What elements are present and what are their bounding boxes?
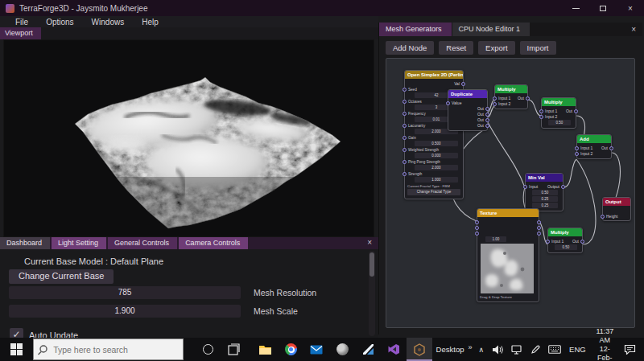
visual-studio-button[interactable] [381, 338, 407, 361]
param-value[interactable]: 1.00 [485, 236, 506, 242]
language-indicator[interactable]: ENG [565, 345, 590, 354]
output-socket[interactable] [537, 232, 541, 236]
output-socket[interactable] [561, 185, 565, 189]
menu-options[interactable]: Options [37, 18, 82, 27]
tab-camera-controls[interactable]: Camera Controls [179, 237, 248, 249]
param-value[interactable]: 0.25 [532, 196, 558, 202]
input-socket[interactable] [475, 232, 479, 236]
menu-file[interactable]: File [6, 18, 37, 27]
input-socket[interactable] [402, 100, 407, 104]
param-value[interactable]: 0.000 [415, 153, 458, 158]
taskbar-search[interactable] [33, 338, 184, 360]
input-socket[interactable] [475, 220, 479, 224]
output-socket[interactable] [574, 109, 578, 113]
speaker-button[interactable] [488, 345, 507, 355]
network-button[interactable] [507, 345, 526, 355]
param-value[interactable]: 0.50 [532, 190, 558, 195]
param-value[interactable]: 0.50 [555, 244, 577, 250]
minimize-button[interactable] [562, 0, 589, 16]
tab-general-controls[interactable]: General Controls [108, 237, 177, 249]
input-socket[interactable] [402, 88, 407, 92]
node-output[interactable]: Output Height [602, 197, 631, 221]
input-socket[interactable] [539, 109, 543, 113]
output-socket[interactable] [485, 118, 489, 122]
node-canvas[interactable]: Open Simplex 2D (Perlin) Val Seed 42 Oct… [386, 58, 635, 328]
desktop-toolbar-label[interactable]: Desktop [432, 345, 469, 354]
change-current-base-button[interactable]: Change Current Base [9, 269, 114, 284]
input-socket[interactable] [523, 185, 527, 189]
input-socket[interactable] [402, 148, 407, 152]
chrome-button[interactable] [279, 338, 304, 361]
texture-preview[interactable] [481, 244, 534, 293]
input-socket[interactable] [402, 172, 407, 176]
node-multiply-1[interactable]: Multiply Input 1Out Input 2 [494, 84, 528, 109]
toolbar-overflow-icon[interactable]: » [468, 343, 474, 356]
mesh-scale-input[interactable]: 1.900 [9, 305, 241, 318]
node-multiply-3[interactable]: Multiply Input 1Out 0.50 [547, 228, 583, 253]
input-socket[interactable] [601, 215, 605, 219]
output-socket[interactable] [580, 240, 584, 244]
param-value[interactable]: 0.25 [532, 203, 558, 208]
start-button[interactable] [0, 338, 33, 361]
output-socket[interactable] [526, 96, 530, 101]
output-socket[interactable] [485, 124, 489, 128]
dashboard-scrollbar[interactable] [369, 251, 375, 336]
input-socket[interactable] [402, 136, 407, 140]
input-socket[interactable] [475, 226, 479, 230]
node-multiply-2[interactable]: Multiply Input 1Out Input 2 0.50 [541, 97, 576, 129]
input-socket[interactable] [402, 112, 407, 116]
touch-keyboard-button[interactable] [544, 345, 565, 354]
output-socket[interactable] [485, 107, 489, 111]
app-blue-button[interactable] [355, 338, 381, 361]
add-node-button[interactable]: Add Node [386, 41, 434, 55]
tab-viewport[interactable]: Viewport [0, 27, 41, 39]
task-view-button[interactable] [221, 338, 246, 361]
tab-light-setting[interactable]: Light Setting [52, 237, 106, 249]
change-fractal-type-button[interactable]: Change Fractal Type [407, 189, 460, 195]
node-add[interactable]: Add Input 1Out Input 2 [576, 134, 612, 159]
input-socket[interactable] [546, 240, 550, 244]
viewport-canvas[interactable] [3, 39, 374, 237]
export-button[interactable]: Export [478, 41, 514, 55]
input-socket[interactable] [493, 102, 497, 106]
terraforge-taskbar-button[interactable] [407, 338, 432, 361]
input-socket[interactable] [402, 160, 407, 164]
input-socket[interactable] [575, 152, 579, 156]
app-gray-button[interactable] [329, 338, 355, 361]
node-duplicate[interactable]: Duplicate Value Out Out Out Out [448, 89, 488, 131]
node-min-val[interactable]: Min Val InputOutput 0.50 0.25 0.25 [525, 173, 564, 211]
close-button[interactable]: × [617, 0, 644, 16]
output-socket[interactable] [537, 220, 541, 224]
tab-dashboard[interactable]: Dashboard [0, 237, 50, 249]
action-center-button[interactable] [620, 344, 644, 355]
tab-cpu-node-editor[interactable]: CPU Node Editor 1 [452, 23, 530, 36]
tray-chevron-icon[interactable]: ∧ [474, 346, 488, 354]
maximize-button[interactable] [589, 0, 617, 16]
param-value[interactable]: 0.500 [415, 141, 458, 146]
mail-button[interactable] [304, 338, 330, 361]
param-value[interactable]: 1.000 [415, 177, 458, 183]
param-value[interactable]: 2.000 [415, 165, 458, 170]
menu-windows[interactable]: Windows [83, 18, 134, 27]
mesh-resolution-input[interactable]: 785 [9, 286, 241, 299]
input-socket[interactable] [575, 146, 579, 150]
output-socket[interactable] [609, 146, 613, 150]
menu-help[interactable]: Help [133, 18, 167, 27]
scrollbar-thumb[interactable] [369, 252, 374, 277]
output-socket[interactable] [485, 113, 489, 117]
input-socket[interactable] [493, 96, 497, 101]
cortana-button[interactable] [195, 338, 221, 361]
output-socket[interactable] [537, 226, 541, 230]
input-socket[interactable] [446, 101, 450, 105]
input-socket[interactable] [539, 115, 543, 119]
param-value[interactable]: 0.50 [548, 120, 571, 125]
import-button[interactable]: Import [520, 41, 556, 55]
node-editor-close-icon[interactable]: × [625, 23, 642, 36]
input-socket[interactable] [402, 124, 407, 128]
clock[interactable]: 11:37 AM 12-Feb-22 [590, 327, 620, 361]
search-input[interactable] [52, 344, 180, 355]
tab-mesh-generators[interactable]: Mesh Generators [379, 23, 452, 36]
pen-button[interactable] [526, 345, 544, 355]
file-explorer-button[interactable] [253, 338, 279, 361]
output-socket[interactable] [461, 82, 465, 86]
